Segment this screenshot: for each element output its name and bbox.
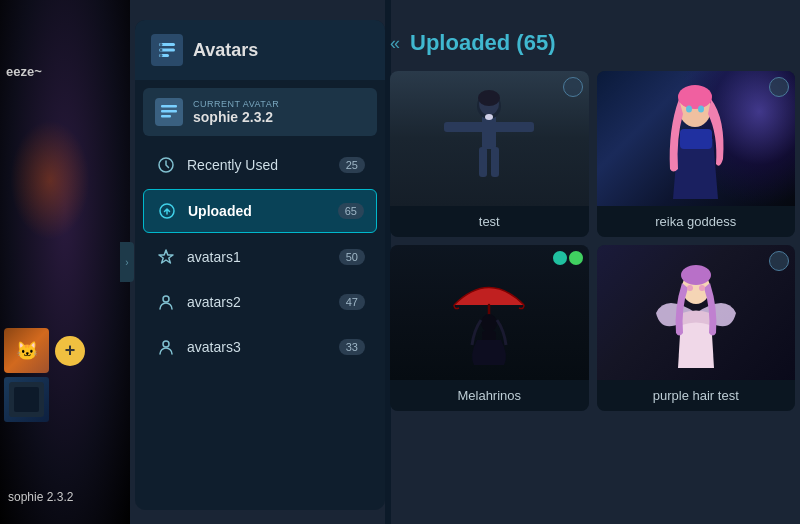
reika-bg bbox=[597, 71, 796, 206]
svg-rect-16 bbox=[444, 122, 534, 132]
avatars2-label: avatars2 bbox=[187, 294, 329, 310]
svg-point-25 bbox=[678, 85, 712, 109]
avatar-card-test-img bbox=[390, 71, 589, 206]
svg-rect-10 bbox=[161, 115, 171, 118]
svg-point-27 bbox=[698, 105, 704, 112]
avatar-card-reika[interactable]: reika goddess bbox=[597, 71, 796, 237]
svg-point-6 bbox=[160, 49, 163, 52]
mela-bg bbox=[390, 245, 589, 380]
dot-teal bbox=[553, 251, 567, 265]
purple-card-name: purple hair test bbox=[597, 380, 796, 411]
nav-item-avatars3[interactable]: avatars3 33 bbox=[143, 326, 377, 368]
bg-glow bbox=[10, 120, 90, 240]
avatars1-badge: 50 bbox=[339, 249, 365, 265]
freeze-label: eeze~ bbox=[0, 60, 48, 83]
avatar-card-purple-img bbox=[597, 245, 796, 380]
svg-point-7 bbox=[160, 54, 163, 57]
person2-icon bbox=[155, 291, 177, 313]
current-avatar-item[interactable]: CURRENT AVATAR sophie 2.3.2 bbox=[143, 88, 377, 136]
svg-point-5 bbox=[160, 43, 163, 46]
svg-point-13 bbox=[163, 296, 169, 302]
test-card-badge bbox=[563, 77, 583, 97]
side-expand-button[interactable]: › bbox=[120, 242, 134, 282]
svg-point-33 bbox=[699, 285, 705, 291]
avatar-card-melahrinos-img bbox=[390, 245, 589, 380]
mela-card-badge bbox=[553, 251, 583, 265]
avatar-card-purple[interactable]: purple hair test bbox=[597, 245, 796, 411]
purple-bg bbox=[597, 245, 796, 380]
content-title: Uploaded (65) bbox=[410, 30, 555, 56]
main-content: « Uploaded (65) bbox=[390, 20, 795, 510]
current-avatar-icon bbox=[155, 98, 183, 126]
svg-point-31 bbox=[681, 265, 711, 285]
avatars3-label: avatars3 bbox=[187, 339, 329, 355]
nav-item-avatars1[interactable]: avatars1 50 bbox=[143, 236, 377, 278]
uploaded-label: Uploaded bbox=[188, 203, 328, 219]
avatar-card-reika-img bbox=[597, 71, 796, 206]
svg-rect-8 bbox=[161, 105, 177, 108]
svg-point-22 bbox=[485, 114, 493, 120]
add-button[interactable]: + bbox=[55, 336, 85, 366]
reika-card-badge bbox=[769, 77, 789, 97]
nav-item-avatars2[interactable]: avatars2 47 bbox=[143, 281, 377, 323]
avatar-thumb-cat: 🐱 bbox=[4, 328, 49, 373]
avatars-panel-icon bbox=[151, 34, 183, 66]
svg-point-19 bbox=[478, 90, 500, 106]
svg-rect-1 bbox=[14, 387, 39, 412]
svg-rect-9 bbox=[161, 110, 177, 113]
current-avatar-label: CURRENT AVATAR bbox=[193, 99, 365, 109]
person3-icon bbox=[155, 336, 177, 358]
avatars1-label: avatars1 bbox=[187, 249, 329, 265]
svg-rect-21 bbox=[491, 147, 499, 177]
melahrinos-card-name: Melahrinos bbox=[390, 380, 589, 411]
avatar-thumb-item: 🐱 + bbox=[4, 328, 126, 373]
svg-point-28 bbox=[481, 314, 497, 332]
avatar-card-test[interactable]: test bbox=[390, 71, 589, 237]
svg-rect-20 bbox=[479, 147, 487, 177]
avatar-grid: test bbox=[390, 71, 795, 411]
reika-card-name: reika goddess bbox=[597, 206, 796, 237]
back-button[interactable]: « bbox=[390, 33, 400, 54]
sidebar-panel: Avatars CURRENT AVATAR sophie 2.3.2 Rece… bbox=[135, 20, 385, 510]
current-avatar-name: sophie 2.3.2 bbox=[193, 109, 365, 125]
test-bg bbox=[390, 71, 589, 206]
nav-item-uploaded[interactable]: Uploaded 65 bbox=[143, 189, 377, 233]
svg-point-32 bbox=[687, 285, 693, 291]
sidebar-header: Avatars bbox=[135, 20, 385, 80]
sophie-bottom-label: sophie 2.3.2 bbox=[0, 490, 130, 504]
purple-card-badge bbox=[769, 251, 789, 271]
test-card-name: test bbox=[390, 206, 589, 237]
recently-used-label: Recently Used bbox=[187, 157, 329, 173]
avatars3-badge: 33 bbox=[339, 339, 365, 355]
clock-icon bbox=[155, 154, 177, 176]
uploaded-badge: 65 bbox=[338, 203, 364, 219]
star-icon bbox=[155, 246, 177, 268]
svg-point-26 bbox=[686, 105, 692, 112]
avatar-thumb-small bbox=[4, 377, 49, 422]
sidebar-title: Avatars bbox=[193, 40, 258, 61]
avatars2-badge: 47 bbox=[339, 294, 365, 310]
upload-icon bbox=[156, 200, 178, 222]
svg-point-14 bbox=[163, 341, 169, 347]
dot-green bbox=[569, 251, 583, 265]
recently-used-badge: 25 bbox=[339, 157, 365, 173]
content-header: « Uploaded (65) bbox=[390, 20, 795, 71]
nav-item-recently-used[interactable]: Recently Used 25 bbox=[143, 144, 377, 186]
svg-rect-23 bbox=[680, 129, 712, 149]
current-avatar-info: CURRENT AVATAR sophie 2.3.2 bbox=[193, 99, 365, 125]
avatar-card-melahrinos[interactable]: Melahrinos bbox=[390, 245, 589, 411]
